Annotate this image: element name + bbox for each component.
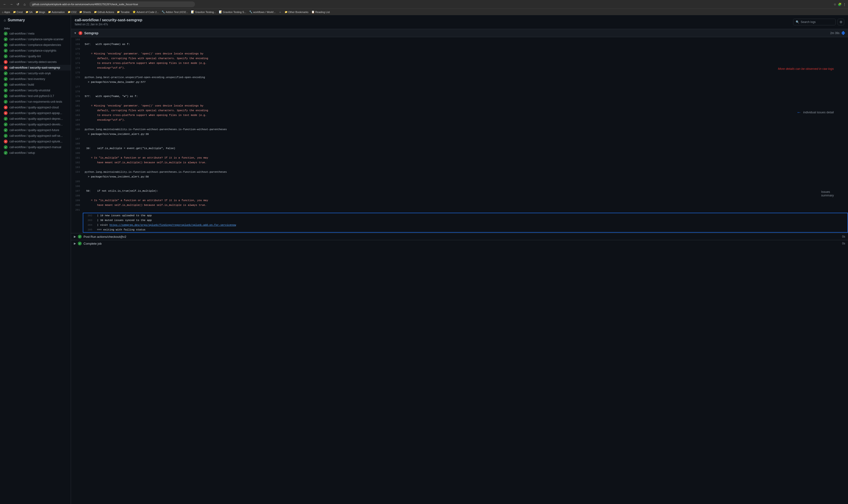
log-line: 201 <box>71 208 848 212</box>
bookmark-crest[interactable]: 📁 Crest <box>13 11 23 14</box>
scroll-down-arrow[interactable] <box>841 33 845 35</box>
status-icon-success: ✓ <box>4 117 7 121</box>
bookmark-blogs[interactable]: 📁 blogs <box>36 11 45 14</box>
bookmarks-more[interactable]: » <box>279 11 281 14</box>
sidebar-item-security-vuln-snyk[interactable]: ✓ call-workflow / security-vuln-snyk <box>0 71 71 76</box>
settings-button[interactable]: ⚙ <box>837 19 844 25</box>
line-content: python.lang.maintainability.is-function-… <box>83 127 848 132</box>
sidebar-item-security-virustotal[interactable]: ✓ call-workflow / security-virustotal <box>0 88 71 93</box>
reload-button[interactable]: ↺ <box>15 1 21 7</box>
line-number: 198 <box>71 193 83 198</box>
log-area[interactable]: ▼ ✕ Semgrep 2m 39s More details can be o… <box>71 29 848 504</box>
section-header: ▼ ✕ Semgrep 2m 39s <box>71 29 848 37</box>
job-label: call-workflow / quality-appinspect-futur… <box>10 128 59 132</box>
star-icon[interactable]: ☆ <box>834 3 836 6</box>
line-number: 186 <box>71 127 83 132</box>
back-button[interactable]: ← <box>2 1 7 7</box>
line-content <box>83 141 848 146</box>
post-run-section[interactable]: ▶ ✓ Post Run actions/checkout@v2 0s <box>71 233 848 240</box>
log-line: 177 <box>71 85 848 89</box>
sidebar-title-label: Summary <box>7 18 25 22</box>
sidebar-item-quality-lint[interactable]: ✓ call-workflow / quality-lint <box>0 53 71 59</box>
bookmark-workflows[interactable]: 🔧 workflows / Workf... <box>249 11 276 14</box>
job-label: call-workflow / compliance-sample-scanne… <box>10 38 64 41</box>
sidebar: ⌂ Summary Jobs ✓ call-workflow / meta ✓ … <box>0 15 71 504</box>
bookmark-sheets[interactable]: 📁 Sheets <box>79 11 91 14</box>
job-label: call-workflow / security-detect-secrets <box>10 60 57 64</box>
sidebar-item-quality-appinspect-manual[interactable]: ✓ call-workflow / quality-appinspect-man… <box>0 144 71 150</box>
bookmark-sa[interactable]: 📁 SA <box>25 11 33 14</box>
bookmark-co2[interactable]: 📁 CO2 <box>68 11 77 14</box>
home-button[interactable]: ⌂ <box>22 1 28 7</box>
post-run-success-icon: ✓ <box>78 235 82 238</box>
line-content: === exiting with failing status <box>95 228 848 232</box>
collapse-button[interactable]: ▼ <box>74 32 77 35</box>
line-content <box>83 165 848 170</box>
line-number: 175 <box>71 70 83 75</box>
sidebar-item-test-unit-python3[interactable]: ✓ call-workflow / test-unit-python3-3.7 <box>0 93 71 99</box>
bookmarks-bar: ⌂ Summary Apps 📁 Crest 📁 SA 📁 blogs 📁 Au… <box>0 8 848 15</box>
line-number: 180 <box>71 99 83 103</box>
scroll-arrows[interactable] <box>841 31 845 35</box>
scroll-up-arrow[interactable] <box>841 31 845 33</box>
line-content: to ensure cross-platform support when op… <box>83 113 848 118</box>
log-line: 180 <box>71 99 848 103</box>
sidebar-item-test-inventory[interactable]: ✓ call-workflow / test-inventory <box>0 76 71 82</box>
status-icon-success: ✓ <box>4 89 7 92</box>
expand-button[interactable]: ▶ <box>74 235 76 238</box>
sidebar-item-quality-appinspect-deprec[interactable]: ✓ call-workflow / quality-appinspect-dep… <box>0 116 71 122</box>
sidebar-item-quality-appinspect-self[interactable]: ✓ call-workflow / quality-appinspect-sel… <box>0 133 71 139</box>
bookmark-addon-test[interactable]: 🔧 Addon Test (#232... <box>162 11 188 14</box>
sidebar-item-security-sast-semgrep[interactable]: ✕ call-workflow / security-sast-semgrep <box>0 65 71 71</box>
bookmark-graviton1[interactable]: 📝 Graviton Testing... <box>191 11 216 14</box>
menu-icon[interactable]: ⋮ <box>843 3 846 6</box>
complete-job-time: 0s <box>842 242 845 245</box>
sidebar-item-quality-appinspect-splunk[interactable]: ✕ call-workflow / quality-appinspect-spl… <box>0 139 71 144</box>
status-icon-success: ✓ <box>4 128 7 132</box>
folder-icon: 📁 <box>79 11 82 13</box>
complete-job-section[interactable]: ▶ ✓ Complete job 0s <box>71 240 848 247</box>
log-line: 194 python.lang.maintainability.is-funct… <box>71 170 848 174</box>
header-actions: 🔍 Search logs ⚙ <box>793 19 844 25</box>
bookmark-reading-list[interactable]: 📋 Reading List <box>311 11 330 14</box>
log-line: 172 default, corrupting files with speci… <box>71 56 848 61</box>
workflow-info: call-workflow / security-sast-semgrep fa… <box>75 18 142 26</box>
job-label: call-workflow / setup <box>10 151 35 155</box>
sidebar-item-compliance-copyrights[interactable]: ✓ call-workflow / compliance-copyrights <box>0 48 71 53</box>
log-line: 198 <box>71 193 848 198</box>
log-line: 188 <box>71 141 848 146</box>
sidebar-item-compliance-deps[interactable]: ✓ call-workflow / compliance-dependencie… <box>0 42 71 48</box>
sidebar-item-compliance-scanner[interactable]: ✓ call-workflow / compliance-sample-scan… <box>0 36 71 42</box>
bookmark-github-actions[interactable]: 📁 Github Actions <box>94 11 114 14</box>
line-number: 173 <box>71 61 83 66</box>
sidebar-item-setup[interactable]: ✓ call-workflow / setup <box>0 150 71 156</box>
sidebar-item-build[interactable]: ✓ call-workflow / build <box>0 82 71 88</box>
bookmark-graviton2[interactable]: 📝 Graviton Testing S... <box>219 11 246 14</box>
expand-button[interactable]: ▶ <box>74 242 76 245</box>
log-line: 173 to ensure cross-platform support whe… <box>71 61 848 66</box>
bookmark-tenable[interactable]: 📁 Tenable <box>117 11 130 14</box>
semgrep-link[interactable]: https://semgrep.dev/orgs/splunk/findings… <box>110 223 236 227</box>
workflow-subtitle: failed on 21 Jan in 2m 47s <box>75 23 142 26</box>
url-text: github.com/splunk/splunk-add-on-for-serv… <box>32 3 138 6</box>
sidebar-item-quality-appinspect-develo[interactable]: ✓ call-workflow / quality-appinspect-dev… <box>0 122 71 127</box>
search-input-wrapper[interactable]: 🔍 Search logs <box>793 19 836 25</box>
sidebar-item-quality-appinspect-cloud[interactable]: ✕ call-workflow / quality-appinspect-clo… <box>0 105 71 110</box>
doc-icon: 📝 <box>219 11 222 14</box>
sidebar-item-quality-appinspect-appap[interactable]: ✕ call-workflow / quality-appinspect-app… <box>0 110 71 116</box>
bookmark-apps[interactable]: ⌂ Summary Apps <box>2 11 10 14</box>
complete-job-label: Complete job <box>84 242 102 245</box>
address-bar[interactable]: github.com/splunk/splunk-add-on-for-serv… <box>29 1 195 7</box>
bookmark-advent[interactable]: ⭐ Advent of Code 2... <box>132 11 159 14</box>
sidebar-item-quality-appinspect-future[interactable]: ✓ call-workflow / quality-appinspect-fut… <box>0 127 71 133</box>
sidebar-item-run-requirements[interactable]: ✓ call-workflow / run-requirements-unit-… <box>0 99 71 105</box>
sidebar-item-security-detect-secrets[interactable]: ✕ call-workflow / security-detect-secret… <box>0 59 71 65</box>
line-content <box>83 137 848 141</box>
line-content: have meant self.is_multiple() because se… <box>83 203 848 208</box>
sidebar-item-meta[interactable]: ✓ call-workflow / meta <box>0 31 71 36</box>
forward-button[interactable]: → <box>8 1 14 7</box>
line-number: 190 <box>71 151 83 156</box>
bookmark-automation[interactable]: 📁 Automation <box>48 11 65 14</box>
bookmark-other[interactable]: 📁 Other Bookmarks <box>285 11 309 14</box>
extensions-icon[interactable]: 🧩 <box>838 3 842 6</box>
